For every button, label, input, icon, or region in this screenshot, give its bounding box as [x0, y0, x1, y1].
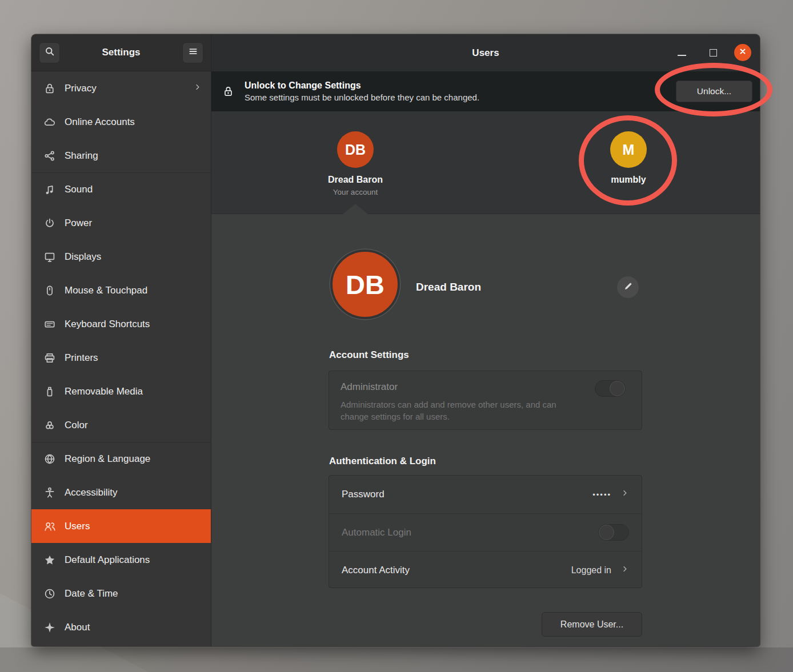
sidebar-item-date-time[interactable]: Date & Time: [31, 577, 211, 610]
sidebar-item-keyboard-shortcuts[interactable]: Keyboard Shortcuts: [31, 307, 211, 341]
minimize-button[interactable]: [678, 55, 686, 56]
toggle-knob: [599, 525, 614, 540]
search-icon: [44, 46, 55, 59]
sidebar-item-label: Region & Language: [65, 453, 202, 465]
profile-avatar[interactable]: DB: [330, 250, 400, 319]
account-dread-baron[interactable]: DB Dread Baron Your account: [298, 131, 412, 196]
chevron-right-icon: [620, 565, 629, 576]
sidebar-item-removable-media[interactable]: Removable Media: [31, 375, 211, 408]
page-title: Users: [211, 34, 760, 71]
sidebar-item-default-applications[interactable]: Default Applications: [31, 543, 211, 577]
account-activity-row[interactable]: Account Activity Logged in: [329, 551, 642, 589]
administrator-description: Administrators can add and remove other …: [341, 399, 580, 423]
section-heading-authentication: Authentication & Login: [329, 456, 436, 467]
automatic-login-toggle: [598, 524, 629, 541]
padlock-icon: [222, 84, 236, 99]
section-heading-account-settings: Account Settings: [329, 349, 409, 361]
sidebar-item-label: Users: [65, 521, 202, 532]
sidebar-item-label: Default Applications: [65, 554, 202, 566]
sidebar-item-label: About: [65, 622, 202, 633]
annotation-circle-mumbly: [579, 115, 677, 206]
sidebar-item-printers[interactable]: Printers: [31, 341, 211, 375]
globe-icon: [43, 452, 57, 466]
banner-subtitle: Some settings must be unlocked before th…: [245, 92, 676, 102]
administrator-toggle: [595, 380, 626, 397]
sidebar-item-label: Printers: [65, 352, 202, 364]
sidebar-item-users[interactable]: Users: [31, 509, 211, 543]
sidebar-title: Settings: [60, 47, 182, 58]
sidebar-item-sound[interactable]: Sound: [31, 172, 211, 206]
password-dots: •••••: [592, 490, 611, 499]
share-nodes-icon: [43, 149, 57, 163]
automatic-login-row: Automatic Login: [329, 513, 642, 551]
password-row[interactable]: Password •••••: [329, 476, 642, 513]
sidebar-item-label: Color: [65, 420, 202, 431]
sidebar-list: Privacy Online Accounts Sharing Sound Po…: [31, 71, 211, 646]
sidebar-item-label: Sharing: [65, 150, 202, 162]
sidebar-item-label: Displays: [65, 251, 202, 263]
sidebar-header: Settings: [31, 34, 211, 71]
sidebar-item-label: Sound: [65, 184, 202, 195]
sidebar-item-accessibility[interactable]: Accessibility: [31, 476, 211, 509]
mouse-icon: [43, 284, 57, 297]
search-button[interactable]: [39, 42, 60, 63]
close-icon: [738, 47, 747, 58]
remove-user-button[interactable]: Remove User...: [542, 612, 642, 637]
sidebar-item-label: Accessibility: [65, 487, 202, 498]
annotation-circle-unlock: [655, 63, 772, 116]
chevron-right-icon: [620, 489, 629, 500]
cloud-icon: [43, 115, 57, 129]
sidebar-item-label: Online Accounts: [65, 116, 202, 128]
printer-icon: [43, 351, 57, 365]
sidebar: Settings Privacy Online Accounts Sharing: [31, 34, 211, 646]
star-icon: [43, 553, 57, 567]
maximize-button[interactable]: [710, 49, 717, 57]
pencil-icon: [623, 281, 633, 293]
color-circles-icon: [43, 419, 57, 432]
close-button[interactable]: [734, 44, 751, 61]
main-panel: Users Unlock to Change Settings Some set…: [211, 34, 760, 646]
user-detail-panel: DB Dread Baron Account Settings Administ…: [211, 214, 760, 646]
toggle-knob: [610, 381, 625, 396]
banner-title: Unlock to Change Settings: [245, 81, 676, 91]
sidebar-item-privacy[interactable]: Privacy: [31, 71, 211, 105]
lock-icon: [43, 82, 57, 95]
flash-drive-icon: [43, 385, 57, 399]
account-activity-value: Logged in: [571, 565, 611, 576]
avatar: DB: [337, 131, 374, 168]
profile-name: Dread Baron: [416, 281, 481, 293]
administrator-label: Administrator: [341, 381, 630, 393]
sidebar-item-label: Power: [65, 218, 202, 229]
sidebar-item-label: Mouse & Touchpad: [65, 285, 202, 296]
desktop-bottom-strip: [0, 647, 793, 672]
banner-text: Unlock to Change Settings Some settings …: [245, 81, 676, 102]
two-users-icon: [43, 520, 57, 533]
sidebar-item-label: Keyboard Shortcuts: [65, 319, 202, 330]
account-name: Dread Baron: [328, 175, 383, 185]
sidebar-item-mouse-touchpad[interactable]: Mouse & Touchpad: [31, 273, 211, 307]
keyboard-icon: [43, 317, 57, 331]
account-activity-label: Account Activity: [342, 565, 571, 576]
sidebar-item-power[interactable]: Power: [31, 206, 211, 240]
authentication-box: Password ••••• Automatic Login Account A…: [329, 475, 642, 588]
sidebar-item-sharing[interactable]: Sharing: [31, 139, 211, 172]
automatic-login-label: Automatic Login: [342, 527, 598, 538]
titlebar: Users: [211, 34, 760, 71]
sidebar-item-online-accounts[interactable]: Online Accounts: [31, 105, 211, 139]
sidebar-item-about[interactable]: About: [31, 610, 211, 644]
selected-account-caret: [342, 204, 369, 215]
accounts-strip: DB Dread Baron Your account M mumbly: [211, 111, 760, 214]
sidebar-item-label: Removable Media: [65, 386, 202, 397]
sidebar-item-color[interactable]: Color: [31, 408, 211, 442]
edit-name-button[interactable]: [617, 276, 639, 298]
sidebar-item-label: Privacy: [65, 83, 193, 94]
administrator-box: Administrator Administrators can add and…: [329, 371, 642, 430]
sidebar-item-region-language[interactable]: Region & Language: [31, 442, 211, 476]
account-subtitle: Your account: [333, 188, 378, 196]
sidebar-item-displays[interactable]: Displays: [31, 240, 211, 273]
hamburger-icon: [188, 46, 198, 59]
menu-button[interactable]: [182, 42, 203, 63]
sidebar-item-label: Date & Time: [65, 588, 202, 599]
accessibility-figure-icon: [43, 486, 57, 500]
sparkle-icon: [43, 621, 57, 634]
